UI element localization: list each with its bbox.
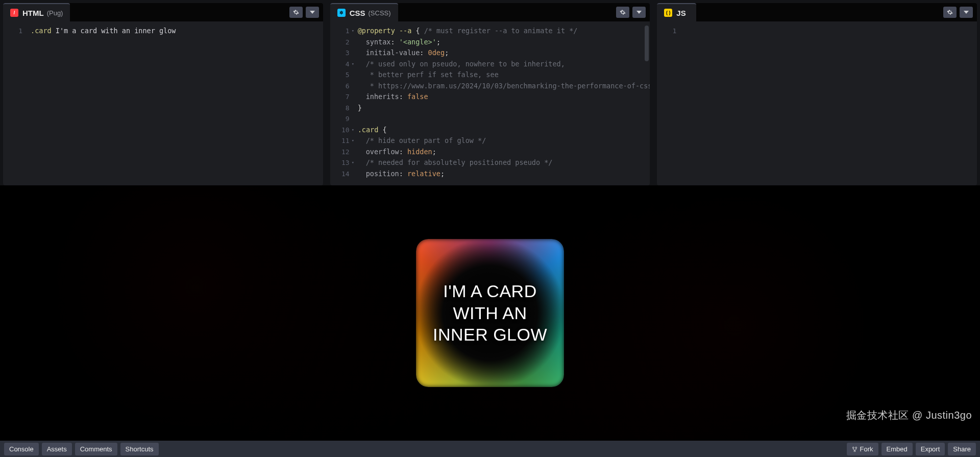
settings-button[interactable] bbox=[616, 7, 629, 18]
result-pane: I'M A CARD WITH AN INNER GLOW 掘金技术社区 @ J… bbox=[0, 185, 980, 441]
js-icon: ( ) bbox=[664, 9, 672, 17]
code-line[interactable] bbox=[684, 26, 977, 37]
dropdown-button[interactable] bbox=[306, 7, 319, 18]
gutter-html: 1 bbox=[3, 21, 28, 185]
code-line[interactable]: initial-value: 0deg; bbox=[358, 47, 650, 59]
panel-html-header: / HTML (Pug) bbox=[3, 3, 323, 21]
shortcuts-button[interactable]: Shortcuts bbox=[120, 443, 159, 455]
line-number: 8 bbox=[330, 103, 350, 114]
settings-button[interactable] bbox=[289, 7, 303, 18]
tab-css[interactable]: ✲ CSS (SCSS) bbox=[330, 3, 398, 21]
comments-button[interactable]: Comments bbox=[75, 443, 117, 455]
line-number: 12 bbox=[330, 147, 350, 158]
code-css[interactable]: @property --a { /* must register --a to … bbox=[355, 21, 650, 185]
code-line[interactable]: * better perf if set false, see bbox=[358, 69, 650, 81]
line-number: 10 bbox=[330, 125, 350, 136]
panel-js-controls bbox=[943, 3, 977, 21]
line-number: 7 bbox=[330, 91, 350, 103]
code-line[interactable]: overflow: hidden; bbox=[358, 147, 650, 158]
result-card-text: I'M A CARD WITH AN INNER GLOW bbox=[430, 280, 550, 346]
tab-html-title: HTML bbox=[22, 9, 44, 17]
code-line[interactable]: /* used only on pseudo, nowhere to be in… bbox=[358, 59, 650, 70]
watermark-text: 掘金技术社区 @ Justin3go bbox=[846, 408, 972, 422]
panel-css-controls bbox=[616, 3, 650, 21]
editor-css[interactable]: 1234567891011121314 @property --a { /* m… bbox=[330, 21, 650, 185]
share-button[interactable]: Share bbox=[948, 443, 976, 455]
line-number: 5 bbox=[330, 69, 350, 81]
tab-js[interactable]: ( ) JS bbox=[657, 3, 696, 21]
code-line[interactable]: /* hide outer part of glow */ bbox=[358, 135, 650, 147]
fork-button[interactable]: Fork bbox=[847, 443, 878, 455]
footer-bar: ConsoleAssetsCommentsShortcuts ForkEmbed… bbox=[0, 441, 980, 457]
export-button[interactable]: Export bbox=[916, 443, 945, 455]
settings-button[interactable] bbox=[943, 7, 957, 18]
code-html[interactable]: .card I'm a card with an inner glow bbox=[28, 21, 323, 185]
line-number: 4 bbox=[330, 59, 350, 70]
code-line[interactable]: inherits: false bbox=[358, 91, 650, 103]
tab-html[interactable]: / HTML (Pug) bbox=[3, 3, 70, 21]
console-button[interactable]: Console bbox=[4, 443, 39, 455]
result-card: I'M A CARD WITH AN INNER GLOW bbox=[416, 239, 564, 387]
assets-button[interactable]: Assets bbox=[42, 443, 72, 455]
gutter-css: 1234567891011121314 bbox=[330, 21, 355, 185]
dropdown-button[interactable] bbox=[632, 7, 646, 18]
code-line[interactable]: .card { bbox=[358, 125, 650, 136]
code-js[interactable] bbox=[681, 21, 977, 185]
app-root: / HTML (Pug) 1 .card I'm a card with an … bbox=[0, 0, 980, 457]
code-line[interactable]: /* needed for absolutely positioned pseu… bbox=[358, 157, 650, 169]
gutter-js: 1 bbox=[657, 21, 681, 185]
line-number: 6 bbox=[330, 81, 350, 92]
panel-html-controls bbox=[289, 3, 323, 21]
code-line[interactable]: * https://www.bram.us/2024/10/03/benchma… bbox=[358, 81, 650, 92]
editor-js[interactable]: 1 bbox=[657, 21, 977, 185]
panel-css-header: ✲ CSS (SCSS) bbox=[330, 3, 650, 21]
line-number: 14 bbox=[330, 169, 350, 180]
line-number: 9 bbox=[330, 113, 350, 125]
line-number: 11 bbox=[330, 135, 350, 147]
line-number: 1 bbox=[657, 26, 676, 37]
code-line[interactable]: } bbox=[358, 103, 650, 114]
panel-html: / HTML (Pug) 1 .card I'm a card with an … bbox=[3, 3, 323, 185]
html-icon: / bbox=[10, 9, 18, 17]
code-line[interactable]: syntax: '<angle>'; bbox=[358, 37, 650, 48]
editor-html[interactable]: 1 .card I'm a card with an inner glow bbox=[3, 21, 323, 185]
line-number: 13 bbox=[330, 157, 350, 169]
code-line[interactable] bbox=[358, 113, 650, 125]
tab-css-subtitle: (SCSS) bbox=[369, 9, 391, 17]
panel-js-header: ( ) JS bbox=[657, 3, 977, 21]
code-line[interactable]: .card I'm a card with an inner glow bbox=[31, 26, 323, 37]
line-number: 2 bbox=[330, 37, 350, 48]
css-icon: ✲ bbox=[337, 9, 346, 17]
dropdown-button[interactable] bbox=[960, 7, 973, 18]
fork-icon bbox=[852, 446, 857, 452]
editors-row: / HTML (Pug) 1 .card I'm a card with an … bbox=[0, 0, 980, 185]
tab-html-subtitle: (Pug) bbox=[47, 9, 63, 17]
panel-css: ✲ CSS (SCSS) 1234567891011121314 @proper… bbox=[330, 3, 650, 185]
line-number: 3 bbox=[330, 47, 350, 59]
code-line[interactable]: @property --a { /* must register --a to … bbox=[358, 26, 650, 37]
line-number: 1 bbox=[3, 26, 22, 37]
embed-button[interactable]: Embed bbox=[881, 443, 913, 455]
panel-js: ( ) JS 1 bbox=[657, 3, 977, 185]
scrollbar-thumb[interactable] bbox=[645, 26, 649, 61]
code-line[interactable]: position: relative; bbox=[358, 169, 650, 180]
tab-js-title: JS bbox=[676, 9, 685, 17]
tab-css-title: CSS bbox=[350, 9, 365, 17]
line-number: 1 bbox=[330, 26, 350, 37]
